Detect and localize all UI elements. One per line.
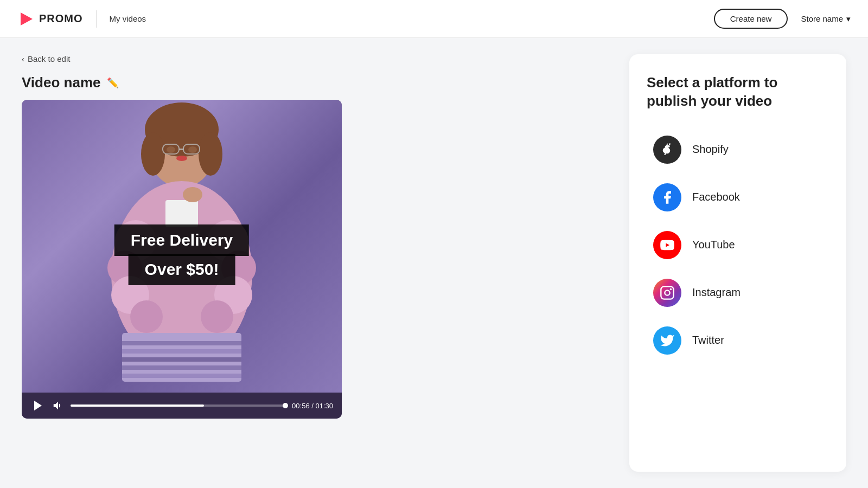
create-new-button[interactable]: Create new: [714, 9, 788, 29]
svg-point-19: [130, 300, 163, 333]
video-overlay-text-1: Free Delivery: [114, 224, 249, 256]
volume-button[interactable]: [52, 400, 64, 412]
svg-point-28: [183, 187, 202, 202]
svg-rect-27: [165, 200, 198, 227]
svg-point-20: [201, 300, 233, 333]
twitter-label: Twitter: [692, 334, 724, 346]
play-button[interactable]: [30, 398, 46, 413]
volume-icon: [52, 400, 64, 412]
main-content: ‹ Back to edit Video name ✏️: [0, 38, 868, 488]
svg-rect-26: [122, 374, 241, 378]
platform-item-instagram[interactable]: Instagram: [647, 271, 829, 314]
shopify-icon-circle: [653, 136, 681, 164]
svg-point-5: [167, 146, 175, 153]
twitter-icon: [660, 333, 675, 348]
logo-text: PROMO: [39, 12, 83, 25]
video-thumbnail: Free Delivery Over $50!: [22, 100, 342, 393]
back-arrow-icon: ‹: [22, 54, 24, 63]
video-player: Free Delivery Over $50!: [22, 100, 342, 419]
instagram-icon: [660, 285, 675, 300]
facebook-icon: [660, 190, 675, 205]
panel-title: Select a platform to publish your video: [647, 74, 829, 111]
progress-dot: [283, 403, 288, 408]
video-controls: 00:56 / 01:30: [22, 393, 342, 419]
instagram-icon-circle: [653, 279, 681, 307]
progress-bar[interactable]: [71, 404, 285, 407]
chevron-down-icon: ▾: [846, 14, 851, 24]
svg-rect-31: [661, 286, 673, 299]
my-videos-link[interactable]: My videos: [110, 14, 146, 23]
platform-item-shopify[interactable]: Shopify: [647, 128, 829, 171]
header: PROMO My videos Create new Store name ▾: [0, 0, 868, 38]
youtube-icon: [660, 237, 675, 253]
svg-rect-24: [122, 357, 241, 362]
progress-fill: [71, 404, 204, 407]
svg-point-3: [141, 132, 165, 176]
edit-title-icon[interactable]: ✏️: [107, 77, 119, 89]
platform-item-twitter[interactable]: Twitter: [647, 319, 829, 362]
svg-rect-25: [122, 365, 241, 370]
svg-marker-29: [34, 401, 42, 410]
back-to-edit-label: Back to edit: [28, 54, 70, 63]
facebook-icon-circle: [653, 183, 681, 211]
svg-point-32: [665, 290, 669, 295]
video-title: Video name: [22, 74, 100, 91]
video-title-row: Video name ✏️: [22, 74, 612, 91]
back-to-edit-link[interactable]: ‹ Back to edit: [22, 54, 612, 63]
platform-list: Shopify Facebook YouT: [647, 128, 829, 362]
store-name-label: Store name: [801, 14, 843, 23]
play-icon: [31, 399, 44, 412]
facebook-label: Facebook: [692, 191, 740, 203]
store-name-dropdown[interactable]: Store name ▾: [801, 14, 851, 24]
svg-point-7: [176, 156, 187, 161]
instagram-label: Instagram: [692, 286, 741, 299]
left-panel: ‹ Back to edit Video name ✏️: [22, 54, 612, 472]
video-overlay-text-2: Over $50!: [129, 254, 235, 285]
youtube-label: YouTube: [692, 239, 735, 251]
header-right: Create new Store name ▾: [714, 9, 851, 29]
youtube-icon-circle: [653, 231, 681, 259]
right-panel: Select a platform to publish your video …: [629, 54, 846, 472]
twitter-icon-circle: [653, 326, 681, 355]
svg-rect-22: [122, 341, 241, 345]
svg-marker-0: [21, 12, 33, 25]
promo-logo-icon: [17, 10, 35, 28]
shopify-label: Shopify: [692, 143, 729, 156]
svg-point-4: [199, 132, 222, 176]
platform-item-facebook[interactable]: Facebook: [647, 176, 829, 219]
header-divider: [96, 10, 97, 28]
svg-point-6: [188, 146, 197, 153]
svg-rect-23: [122, 349, 241, 354]
platform-item-youtube[interactable]: YouTube: [647, 223, 829, 267]
svg-point-33: [670, 288, 672, 290]
time-display: 00:56 / 01:30: [292, 402, 333, 410]
logo[interactable]: PROMO: [17, 10, 83, 28]
shopify-icon: [660, 142, 675, 157]
